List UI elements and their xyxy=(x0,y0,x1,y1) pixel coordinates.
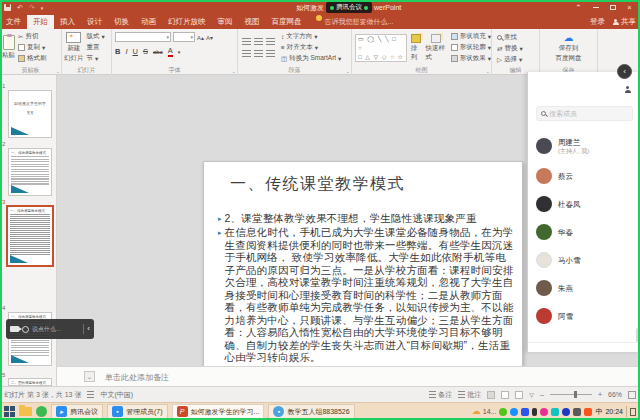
tab-file[interactable]: 文件 xyxy=(0,15,27,29)
font-size-combobox[interactable]: ▾ xyxy=(173,32,195,42)
shape-outline-button[interactable]: 形状轮廓▾ xyxy=(451,42,491,53)
sign-in-button[interactable]: 登录 xyxy=(590,17,605,27)
layout-button[interactable]: 版式▾ xyxy=(87,31,105,42)
underline-button[interactable]: U xyxy=(133,47,138,56)
slide-thumbnail-1[interactable]: 如何激发学生的学 某某 xyxy=(8,90,52,138)
slide-thumbnail-3-selected[interactable]: 一、传统课堂教学模式 xyxy=(6,205,54,267)
shrink-font-button[interactable]: A▾ xyxy=(206,34,213,41)
member-row[interactable]: 蔡云 xyxy=(536,164,636,188)
tray-icon[interactable] xyxy=(562,408,570,416)
member-row[interactable]: 阿雪 xyxy=(536,304,636,328)
notes-toggle-button[interactable]: 备注 xyxy=(429,390,452,400)
comments-status-icon[interactable] xyxy=(87,391,94,399)
tab-home[interactable]: 开始 xyxy=(27,15,54,29)
slide-thumbnail-2[interactable]: 一、传统课堂教学模式 xyxy=(8,148,52,196)
member-row[interactable]: 马小雪 xyxy=(536,248,636,272)
chat-input-placeholder[interactable]: 说点什么... xyxy=(32,325,80,334)
zoom-in-icon[interactable]: + xyxy=(598,391,602,398)
font-color-button[interactable]: A xyxy=(168,46,173,57)
bold-button[interactable]: B xyxy=(115,47,120,56)
zoom-level[interactable]: 66% xyxy=(608,391,622,398)
file-explorer-icon[interactable] xyxy=(19,407,32,416)
start-button[interactable] xyxy=(4,406,15,417)
comments-toggle-button[interactable]: 批注 xyxy=(458,390,481,400)
member-search-input[interactable] xyxy=(549,110,619,117)
slide-thumbnail-5[interactable]: 二、国外课堂教学模式 xyxy=(8,378,52,386)
notes-collapse-icon[interactable]: ⌄ xyxy=(84,371,95,382)
reset-button[interactable]: 重置 xyxy=(87,42,105,53)
align-text-button[interactable]: ≡对齐文本▾ xyxy=(281,42,341,53)
tab-insert[interactable]: 插入 xyxy=(54,15,81,29)
taskbar-group-chat-button[interactable]: ▪ 教学五人组8838526 xyxy=(268,404,354,419)
minimize-icon[interactable] xyxy=(587,0,604,15)
tray-icon[interactable] xyxy=(540,408,548,416)
cut-button[interactable]: ✂剪切 xyxy=(18,31,47,42)
quick-styles-button[interactable]: 快速样式 xyxy=(425,34,446,62)
copy-button[interactable]: 复制▾ xyxy=(18,42,47,53)
strikethrough-button[interactable]: S xyxy=(143,47,148,56)
drawing-dialog-launcher[interactable]: ⌄ xyxy=(486,68,490,74)
tab-baidu-netdisk[interactable]: 百度网盘 xyxy=(266,15,308,29)
tab-review[interactable]: 审阅 xyxy=(212,15,239,29)
replace-button[interactable]: ⇄替换▾ xyxy=(497,43,539,54)
qat-customize-icon[interactable]: ▾ xyxy=(41,5,44,11)
language-status[interactable]: 中文(中国) xyxy=(100,390,133,400)
notes-pane[interactable]: ⌄ 单击此处添加备注 xyxy=(57,366,640,386)
maximize-icon[interactable] xyxy=(604,0,621,15)
collapse-bar-icon[interactable]: ‹ xyxy=(87,325,90,333)
tray-icon[interactable] xyxy=(499,408,507,416)
clipboard-dialog-launcher[interactable]: ⌄ xyxy=(56,68,60,74)
align-left-icon[interactable] xyxy=(242,50,251,58)
shape-fill-button[interactable]: 形状填充▾ xyxy=(451,31,491,42)
text-direction-button[interactable]: ↕文字方向▾ xyxy=(281,31,341,42)
member-row[interactable]: 朱燕 xyxy=(536,276,636,300)
find-button[interactable]: 查找 xyxy=(497,32,539,43)
save-to-baidu-button[interactable]: ☁ 保存到百度网盘 xyxy=(540,29,597,66)
tray-icon[interactable] xyxy=(510,408,518,416)
zoom-out-icon[interactable]: – xyxy=(540,391,544,398)
clock[interactable]: 20:24 xyxy=(605,408,623,415)
tab-slideshow[interactable]: 幻灯片放映 xyxy=(162,15,212,29)
slide-sorter-view-icon[interactable] xyxy=(501,391,509,399)
tell-me-search[interactable]: 告诉我您想要做什么... xyxy=(325,15,394,29)
shapes-gallery[interactable]: ▭ ◯ ╲ ╲ □ ○ □ △ ▽ ◇ ○ ☆ ○ ☆ { } ▭ xyxy=(355,34,407,62)
taskbar-powerpoint-button[interactable]: P 如何激发学生的学习... xyxy=(172,404,265,419)
emoji-icon[interactable] xyxy=(22,326,29,333)
ribbon-options-icon[interactable]: ⌃ xyxy=(570,0,587,15)
member-row[interactable]: 周建兰 (主持人, 我) xyxy=(536,134,636,158)
slideshow-view-icon[interactable]: ▽ xyxy=(529,391,534,398)
reading-view-icon[interactable] xyxy=(515,391,523,399)
camera-icon[interactable] xyxy=(10,326,19,332)
notification-center-icon[interactable] xyxy=(626,406,636,417)
tray-icon[interactable] xyxy=(521,408,529,416)
meeting-quick-bar[interactable]: 说点什么... ‹ xyxy=(6,319,94,339)
tab-animations[interactable]: 动画 xyxy=(135,15,162,29)
tray-icon[interactable] xyxy=(551,408,559,416)
panel-scrollbar[interactable] xyxy=(636,328,639,342)
new-slide-button[interactable]: 新建幻灯片 xyxy=(64,32,84,63)
slide-body-textbox[interactable]: ▸ 2、课堂整体教学效果不理想，学生隐性逃课现象严重 ▸ 在信息化时代，手机已成… xyxy=(218,212,514,365)
taskbar-green-app-icon[interactable] xyxy=(36,406,47,417)
share-button[interactable]: 共享 xyxy=(612,17,636,27)
taskbar-manage-members-button[interactable]: ▪ 管理成员(7) xyxy=(107,404,168,419)
paste-button[interactable]: 粘贴 xyxy=(2,35,15,60)
tab-transitions[interactable]: 切换 xyxy=(108,15,135,29)
meeting-floating-badge[interactable]: 腾讯会议 xyxy=(326,2,372,13)
bullets-icon[interactable] xyxy=(242,38,251,46)
member-row[interactable]: 华春 xyxy=(536,220,636,244)
volume-icon[interactable] xyxy=(573,408,581,416)
fit-to-window-icon[interactable] xyxy=(628,391,636,399)
align-center-icon[interactable] xyxy=(254,50,263,58)
tab-design[interactable]: 设计 xyxy=(81,15,108,29)
undo-icon[interactable]: ↶ xyxy=(17,4,23,12)
weather-widget[interactable]: ☁ 14... xyxy=(472,407,497,416)
italic-button[interactable]: I xyxy=(125,47,127,56)
zoom-slider-thumb[interactable] xyxy=(574,391,577,398)
members-icon[interactable] xyxy=(624,86,631,93)
close-icon[interactable]: × xyxy=(621,0,638,15)
clear-format-button[interactable]: abc xyxy=(153,49,163,55)
line-spacing-icon[interactable] xyxy=(266,50,275,58)
paragraph-dialog-launcher[interactable]: ⌄ xyxy=(346,68,350,74)
meeting-collapse-circle-button[interactable]: ‹ xyxy=(617,64,632,79)
grow-font-button[interactable]: A▴ xyxy=(197,34,204,41)
